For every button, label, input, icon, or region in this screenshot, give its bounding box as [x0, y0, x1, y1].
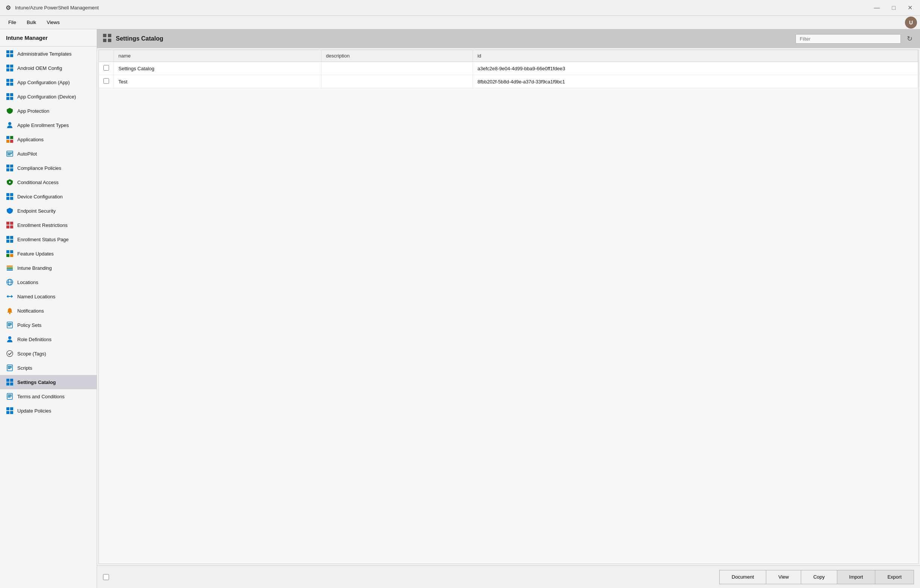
sidebar-item-app-config-app[interactable]: App Configuration (App): [0, 75, 97, 89]
document-button[interactable]: Document: [719, 570, 766, 584]
compliance-icon: [6, 164, 13, 172]
svg-rect-19: [6, 140, 10, 143]
app-icon: ⚙: [5, 4, 12, 12]
sidebar-item-applications[interactable]: Applications: [0, 132, 97, 147]
export-button[interactable]: Export: [875, 570, 914, 584]
filter-input[interactable]: [795, 34, 901, 44]
sidebar-label-enrollment-status: Enrollment Status Page: [17, 237, 69, 242]
svg-rect-57: [8, 323, 12, 324]
svg-rect-38: [6, 236, 10, 239]
conditional-access-icon: [6, 178, 13, 186]
svg-rect-30: [6, 193, 10, 196]
svg-rect-3: [10, 54, 13, 57]
svg-rect-81: [108, 39, 111, 42]
row-checkbox-cell[interactable]: [99, 75, 114, 88]
row-checkbox-1[interactable]: [104, 78, 109, 84]
sidebar-item-intune-branding[interactable]: Intune Branding: [0, 261, 97, 275]
sidebar-item-scripts[interactable]: Scripts: [0, 361, 97, 375]
select-all-checkbox[interactable]: [103, 574, 109, 580]
data-table-container: name description id Settings Catalog a3e…: [99, 50, 918, 564]
enrollment-restrictions-icon: [6, 221, 13, 229]
admin-templates-icon: [6, 50, 13, 58]
close-button[interactable]: ✕: [905, 3, 915, 13]
applications-icon: [6, 136, 13, 143]
sidebar-item-feature-updates[interactable]: Feature Updates: [0, 247, 97, 261]
sidebar-item-policy-sets[interactable]: Policy Sets: [0, 318, 97, 332]
sidebar-label-apple-enrollment: Apple Enrollment Types: [17, 123, 69, 128]
svg-rect-4: [6, 65, 10, 68]
sidebar-item-settings-catalog[interactable]: Settings Catalog: [0, 375, 97, 389]
update-policies-icon: [6, 407, 13, 414]
sidebar-label-compliance: Compliance Policies: [17, 165, 61, 171]
col-id: id: [473, 50, 918, 62]
row-checkbox-cell[interactable]: [99, 62, 114, 75]
terms-icon: [6, 393, 13, 400]
content-area: Settings Catalog ↻ name description id S…: [97, 29, 920, 588]
refresh-button[interactable]: ↻: [905, 33, 914, 44]
window-controls: — □ ✕: [871, 3, 915, 13]
svg-rect-74: [6, 407, 10, 410]
sidebar-item-terms[interactable]: Terms and Conditions: [0, 389, 97, 404]
svg-marker-54: [11, 295, 13, 298]
svg-rect-5: [10, 65, 13, 68]
sidebar-item-endpoint-security[interactable]: Endpoint Security: [0, 204, 97, 218]
table-header-row: name description id: [99, 50, 918, 62]
sidebar-item-named-locations[interactable]: Named Locations: [0, 289, 97, 304]
menu-views[interactable]: Views: [41, 18, 65, 27]
svg-rect-33: [10, 197, 13, 200]
svg-rect-79: [108, 34, 111, 37]
svg-rect-68: [6, 383, 10, 386]
maximize-button[interactable]: □: [889, 3, 899, 13]
settings-catalog-icon: [6, 378, 13, 386]
sidebar-label-applications: Applications: [17, 137, 44, 142]
sidebar-item-autopilot[interactable]: AutoPilot: [0, 147, 97, 161]
row-description-0: [321, 62, 473, 75]
sidebar-item-notifications[interactable]: Notifications: [0, 304, 97, 318]
svg-rect-6: [6, 68, 10, 71]
svg-rect-35: [10, 222, 13, 225]
sidebar-item-conditional-access[interactable]: Conditional Access: [0, 175, 97, 189]
minimize-button[interactable]: —: [871, 3, 883, 13]
view-button[interactable]: View: [766, 570, 801, 584]
svg-rect-17: [6, 136, 10, 139]
user-avatar[interactable]: U: [905, 16, 917, 29]
sidebar-label-autopilot: AutoPilot: [17, 151, 37, 157]
copy-button[interactable]: Copy: [801, 570, 837, 584]
sidebar-item-device-config[interactable]: Device Configuration: [0, 189, 97, 204]
notifications-icon: [6, 307, 13, 315]
svg-rect-13: [10, 93, 13, 96]
sidebar-item-compliance[interactable]: Compliance Policies: [0, 161, 97, 175]
apple-enrollment-icon: [6, 121, 13, 129]
svg-rect-77: [10, 411, 13, 414]
sidebar-item-update-policies[interactable]: Update Policies: [0, 404, 97, 418]
svg-rect-2: [6, 54, 10, 57]
svg-rect-66: [6, 379, 10, 382]
svg-rect-8: [6, 79, 10, 82]
menu-bar: File Bulk Views U: [0, 16, 920, 29]
sidebar-label-named-locations: Named Locations: [17, 294, 55, 299]
svg-rect-42: [6, 250, 10, 253]
svg-rect-63: [8, 366, 12, 367]
import-button[interactable]: Import: [837, 570, 876, 584]
sidebar-item-enrollment-status[interactable]: Enrollment Status Page: [0, 232, 97, 247]
sidebar-item-scope-tags[interactable]: Scope (Tags): [0, 346, 97, 361]
intune-branding-icon: [6, 264, 13, 271]
sidebar-item-role-definitions[interactable]: Role Definitions: [0, 332, 97, 346]
menu-file[interactable]: File: [3, 18, 21, 27]
scripts-icon: [6, 364, 13, 372]
col-checkbox: [99, 50, 114, 62]
sidebar-item-apple-enrollment[interactable]: Apple Enrollment Types: [0, 118, 97, 132]
sidebar-label-scope-tags: Scope (Tags): [17, 351, 46, 357]
svg-rect-59: [8, 325, 11, 326]
sidebar-item-app-config-device[interactable]: App Configuration (Device): [0, 89, 97, 104]
sidebar-item-app-protection[interactable]: App Protection: [0, 104, 97, 118]
menu-bulk[interactable]: Bulk: [21, 18, 41, 27]
sidebar-item-android-oem[interactable]: Android OEM Config: [0, 61, 97, 75]
content-header: Settings Catalog ↻: [97, 29, 920, 48]
sidebar-item-locations[interactable]: Locations: [0, 275, 97, 289]
scope-tags-icon: [6, 350, 13, 357]
sidebar-item-enrollment-restrictions[interactable]: Enrollment Restrictions: [0, 218, 97, 232]
sidebar-item-admin-templates[interactable]: Administrative Templates: [0, 47, 97, 61]
sidebar-label-conditional-access: Conditional Access: [17, 179, 59, 185]
row-checkbox-0[interactable]: [104, 65, 109, 71]
